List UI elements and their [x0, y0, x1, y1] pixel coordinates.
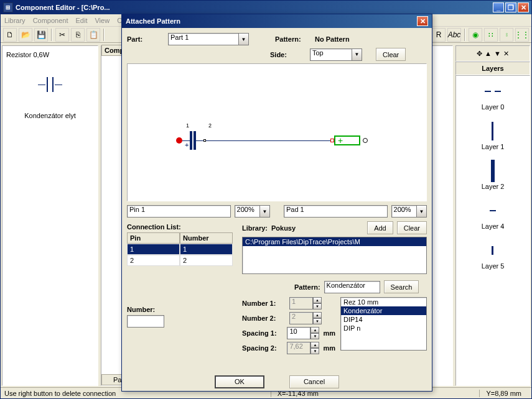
maximize-button[interactable]: ❐: [505, 2, 516, 12]
save-icon[interactable]: 💾: [34, 28, 48, 42]
side-label: Side:: [270, 51, 306, 58]
spin-up-icon[interactable]: ▲: [313, 297, 322, 303]
chevron-down-icon[interactable]: ▼: [260, 205, 270, 218]
chevron-down-icon[interactable]: ▼: [239, 33, 249, 45]
spin-down-icon[interactable]: ▼: [310, 333, 319, 339]
spin-down-icon[interactable]: ▼: [313, 303, 322, 310]
clear-button[interactable]: Clear: [376, 48, 406, 61]
status-hint: Use right button to delete connection: [4, 390, 116, 397]
preview-pane[interactable]: 1 + 2: [127, 63, 427, 201]
text-icon[interactable]: Abc: [447, 28, 461, 42]
app-icon: ⊞: [3, 2, 13, 12]
pad-field[interactable]: Pad 1: [284, 205, 388, 218]
pad-zoom-combo[interactable]: 200% ▼: [391, 205, 427, 218]
list-item[interactable]: Kondenzátor: [341, 306, 426, 315]
pattern-search-input[interactable]: Kondenzátor: [324, 281, 380, 293]
pin-number-1: 1: [186, 122, 189, 129]
search-button[interactable]: Search: [384, 280, 419, 293]
list-item[interactable]: DIP14: [341, 315, 426, 324]
number1-label: Number 1:: [242, 300, 286, 307]
connection-list-title: Connection List:: [127, 221, 236, 232]
layer-label: Layer 5: [482, 262, 505, 270]
new-icon[interactable]: 🗋: [3, 28, 17, 42]
pattern-value: No Pattern: [315, 35, 350, 43]
number-input[interactable]: [127, 315, 164, 328]
tool-icon[interactable]: R: [432, 28, 446, 42]
grid3-icon[interactable]: ⦂: [500, 28, 513, 42]
number1-spinner: 1 ▲▼: [289, 297, 322, 310]
side-value[interactable]: Top: [310, 48, 352, 61]
connection-wire: [206, 140, 330, 141]
layer-label: Layer 2: [482, 183, 505, 190]
pattern-listbox[interactable]: Rez 10 mm Kondenzátor DIP14 DIP n: [340, 297, 427, 351]
window-title: Component Editor - [C:\Pro...: [16, 4, 110, 11]
part-value[interactable]: Part 1: [168, 33, 239, 45]
spin-down-icon[interactable]: ▼: [313, 318, 322, 324]
cancel-button[interactable]: Cancel: [289, 375, 339, 388]
down-icon[interactable]: ▼: [494, 50, 501, 57]
layer-label: Layer 0: [482, 103, 505, 111]
spin-up-icon[interactable]: ▲: [313, 312, 322, 318]
library-listbox[interactable]: C:\Program Files\DipTrace\Projects\M: [242, 237, 427, 274]
menu-view[interactable]: View: [95, 17, 110, 24]
copy-icon[interactable]: ⎘: [71, 28, 85, 42]
table-row[interactable]: 11: [127, 244, 233, 255]
menu-edit[interactable]: Edit: [76, 17, 88, 24]
pad-end-icon: [363, 138, 368, 143]
layer-item-0[interactable]: Layer 0: [482, 80, 505, 111]
grid2-icon[interactable]: ∷: [484, 28, 498, 42]
dialog-close-button[interactable]: ✕: [417, 16, 428, 26]
main-titlebar[interactable]: ⊞ Component Editor - [C:\Pro... _ ❐ ✕: [1, 1, 531, 14]
library-panel: Rezistor 0,6W Kondenzátor elyt: [2, 45, 98, 386]
panel-close-icon[interactable]: ✕: [503, 50, 509, 58]
list-item[interactable]: C:\Program Files\DipTrace\Projects\M: [243, 237, 426, 246]
grid1-icon[interactable]: ◉: [469, 28, 482, 42]
col-pin[interactable]: Pin: [127, 232, 180, 244]
number2-label: Number 2:: [242, 314, 286, 322]
open-icon[interactable]: 📂: [19, 28, 32, 42]
layer-item-1[interactable]: Layer 1: [482, 119, 505, 150]
ok-button[interactable]: OK: [215, 375, 264, 388]
list-item[interactable]: DIP n: [341, 324, 426, 332]
grid4-icon[interactable]: ⋮⋮: [515, 28, 529, 42]
menu-component[interactable]: Component: [33, 17, 68, 24]
layer-label: Layer 1: [482, 143, 505, 150]
pin-dot-icon: [176, 137, 182, 144]
component-label: Kondenzátor elyt: [6, 109, 94, 122]
layer-item-4[interactable]: Layer 4: [482, 199, 505, 230]
layer-item-2[interactable]: Layer 2: [482, 159, 505, 190]
clear-lib-button[interactable]: Clear: [397, 221, 427, 234]
col-number[interactable]: Number: [180, 232, 233, 244]
paste-icon[interactable]: 📋: [86, 28, 100, 42]
pattern-label: Pattern:: [275, 35, 311, 43]
pin-field[interactable]: Pin 1: [127, 205, 231, 218]
layers-title: Layers: [455, 62, 530, 75]
library-title: Rezistor 0,6W: [6, 50, 94, 60]
spacing1-spinner[interactable]: 10 ▲▼: [287, 327, 319, 339]
component-preview[interactable]: [6, 66, 94, 103]
menu-library[interactable]: Library: [4, 17, 26, 24]
spin-up-icon[interactable]: ▲: [310, 342, 319, 348]
table-row[interactable]: 22: [127, 255, 233, 266]
cut-icon[interactable]: ✂: [55, 28, 69, 42]
side-combo[interactable]: Top ▼: [310, 48, 362, 61]
dialog-titlebar[interactable]: Attached Pattern ✕: [122, 14, 432, 28]
layer-item-5[interactable]: Layer 5: [482, 239, 505, 270]
part-label: Part:: [127, 35, 164, 43]
close-button[interactable]: ✕: [518, 2, 529, 12]
up-icon[interactable]: ▲: [485, 50, 492, 57]
add-button[interactable]: Add: [367, 221, 393, 234]
connection-table[interactable]: Pin Number 11 22: [127, 232, 233, 266]
pin-zoom-combo[interactable]: 200% ▼: [235, 205, 270, 218]
spacing2-label: Spacing 2:: [242, 344, 283, 352]
part-combo[interactable]: Part 1 ▼: [168, 33, 249, 45]
layers-list[interactable]: Layer 0 Layer 1 Layer 2 Layer 4 Layer 5: [455, 75, 530, 386]
list-item[interactable]: Rez 10 mm: [341, 298, 426, 306]
minimize-button[interactable]: _: [493, 2, 504, 12]
chevron-down-icon[interactable]: ▼: [352, 48, 362, 61]
library-name: Pokusy: [271, 224, 296, 232]
chevron-down-icon[interactable]: ▼: [417, 205, 427, 218]
spin-up-icon[interactable]: ▲: [310, 327, 319, 333]
spin-down-icon[interactable]: ▼: [310, 348, 319, 354]
pan-icon[interactable]: ✥: [477, 50, 482, 58]
